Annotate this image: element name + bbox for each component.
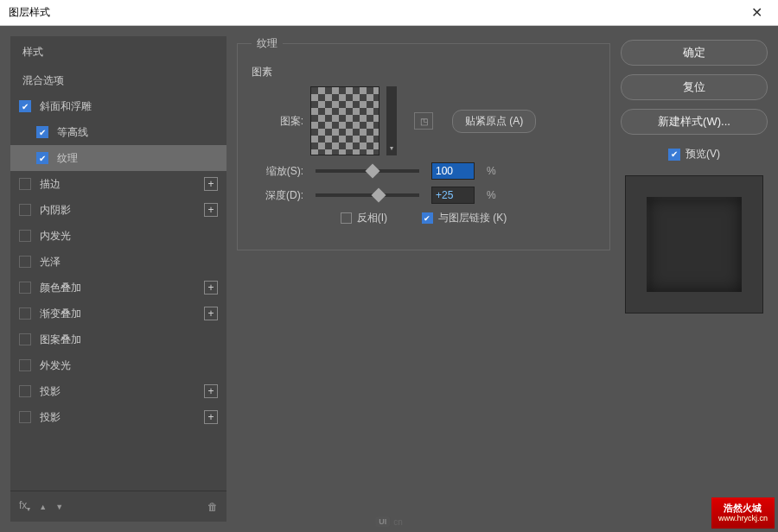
depth-label: 深度(D): bbox=[252, 188, 303, 203]
site-watermark: 浩然火城 www.hryckj.cn bbox=[711, 497, 775, 529]
checkbox-icon[interactable]: ✔ bbox=[36, 152, 48, 164]
style-item-label: 投影 bbox=[40, 384, 61, 399]
close-icon[interactable]: ✕ bbox=[744, 4, 769, 21]
pattern-label: 图案: bbox=[252, 114, 303, 129]
style-item-4[interactable]: 内阴影+ bbox=[10, 197, 226, 223]
checkbox-icon[interactable] bbox=[19, 333, 31, 345]
invert-checkbox[interactable]: 反相(I) bbox=[341, 211, 387, 225]
checkbox-icon: ✔ bbox=[668, 149, 680, 161]
scale-input[interactable] bbox=[431, 162, 475, 180]
style-item-label: 内阴影 bbox=[40, 203, 71, 218]
settings-panel: 纹理 图素 图案: ▾ ◳ 贴紧原点 (A) 缩放(S): % 深度 bbox=[237, 36, 610, 522]
style-item-label: 投影 bbox=[40, 410, 61, 425]
style-item-6[interactable]: 光泽 bbox=[10, 249, 226, 275]
add-effect-icon[interactable]: + bbox=[204, 177, 218, 191]
style-item-5[interactable]: 内发光 bbox=[10, 223, 226, 249]
pattern-swatch[interactable] bbox=[310, 86, 379, 155]
style-item-label: 外发光 bbox=[40, 358, 71, 373]
dialog-title: 图层样式 bbox=[9, 5, 744, 20]
scale-label: 缩放(S): bbox=[252, 164, 303, 179]
style-item-0[interactable]: ✔斜面和浮雕 bbox=[10, 93, 226, 119]
style-item-label: 等高线 bbox=[57, 125, 88, 140]
style-item-8[interactable]: 渐变叠加+ bbox=[10, 301, 226, 326]
style-item-label: 描边 bbox=[40, 177, 61, 192]
texture-group: 纹理 图素 图案: ▾ ◳ 贴紧原点 (A) 缩放(S): % 深度 bbox=[237, 36, 610, 250]
fx-menu-icon[interactable]: fx▾ bbox=[19, 499, 30, 513]
new-preset-icon[interactable]: ◳ bbox=[414, 112, 433, 130]
checkbox-icon[interactable] bbox=[19, 178, 31, 190]
uicn-watermark: UIcn bbox=[375, 516, 403, 527]
depth-unit: % bbox=[487, 189, 496, 201]
move-up-icon[interactable]: ▲ bbox=[39, 503, 47, 511]
styles-header[interactable]: 样式 bbox=[10, 36, 226, 65]
style-item-2[interactable]: ✔纹理 bbox=[10, 145, 226, 171]
trash-icon[interactable]: 🗑 bbox=[207, 501, 218, 513]
checkbox-icon[interactable] bbox=[19, 307, 31, 320]
style-item-7[interactable]: 颜色叠加+ bbox=[10, 275, 226, 301]
checkbox-icon[interactable] bbox=[19, 359, 31, 371]
styles-list: 样式 混合选项 ✔斜面和浮雕✔等高线✔纹理描边+内阴影+内发光光泽颜色叠加+渐变… bbox=[10, 36, 226, 491]
blend-options-header[interactable]: 混合选项 bbox=[10, 65, 226, 93]
action-panel: 确定 复位 新建样式(W)... ✔ 预览(V) bbox=[621, 36, 768, 522]
style-item-10[interactable]: 外发光 bbox=[10, 352, 226, 378]
style-item-label: 纹理 bbox=[57, 151, 78, 166]
titlebar: 图层样式 ✕ bbox=[0, 0, 778, 26]
checkbox-icon[interactable] bbox=[19, 411, 31, 423]
dialog-body: 样式 混合选项 ✔斜面和浮雕✔等高线✔纹理描边+内阴影+内发光光泽颜色叠加+渐变… bbox=[0, 26, 778, 532]
checkbox-icon bbox=[341, 212, 352, 224]
checkbox-icon[interactable] bbox=[19, 204, 31, 216]
preview-label: 预览(V) bbox=[686, 147, 720, 162]
scale-unit: % bbox=[487, 165, 496, 177]
checkbox-icon[interactable] bbox=[19, 282, 31, 294]
snap-origin-button[interactable]: 贴紧原点 (A) bbox=[452, 110, 536, 133]
new-style-button[interactable]: 新建样式(W)... bbox=[621, 109, 768, 135]
watermark-brand: 浩然火城 bbox=[718, 503, 768, 514]
ok-button[interactable]: 确定 bbox=[621, 40, 768, 66]
style-item-12[interactable]: 投影+ bbox=[10, 404, 226, 430]
style-item-label: 内发光 bbox=[40, 229, 71, 244]
preview-checkbox[interactable]: ✔ 预览(V) bbox=[621, 147, 768, 162]
style-item-label: 颜色叠加 bbox=[40, 281, 81, 295]
checkbox-icon[interactable] bbox=[19, 256, 31, 268]
checkbox-icon[interactable]: ✔ bbox=[36, 126, 48, 138]
watermark-url: www.hryckj.cn bbox=[718, 514, 768, 523]
style-item-label: 斜面和浮雕 bbox=[40, 99, 92, 114]
move-down-icon[interactable]: ▼ bbox=[55, 503, 63, 511]
elements-label: 图素 bbox=[252, 65, 596, 79]
depth-slider[interactable] bbox=[316, 193, 419, 197]
style-item-3[interactable]: 描边+ bbox=[10, 171, 226, 197]
link-layer-checkbox[interactable]: ✔ 与图层链接 (K) bbox=[422, 211, 507, 225]
add-effect-icon[interactable]: + bbox=[204, 307, 218, 320]
add-effect-icon[interactable]: + bbox=[204, 203, 218, 217]
style-item-1[interactable]: ✔等高线 bbox=[10, 119, 226, 145]
invert-label: 反相(I) bbox=[357, 211, 387, 225]
add-effect-icon[interactable]: + bbox=[204, 410, 218, 424]
style-item-9[interactable]: 图案叠加 bbox=[10, 326, 226, 352]
style-item-label: 光泽 bbox=[40, 255, 61, 269]
style-item-label: 渐变叠加 bbox=[40, 307, 81, 321]
style-item-11[interactable]: 投影+ bbox=[10, 378, 226, 404]
texture-legend: 纹理 bbox=[252, 36, 283, 51]
pattern-dropdown-icon[interactable]: ▾ bbox=[386, 86, 397, 155]
style-item-label: 图案叠加 bbox=[40, 332, 81, 347]
checkbox-icon[interactable] bbox=[19, 230, 31, 242]
styles-panel: 样式 混合选项 ✔斜面和浮雕✔等高线✔纹理描边+内阴影+内发光光泽颜色叠加+渐变… bbox=[10, 36, 226, 522]
link-layer-label: 与图层链接 (K) bbox=[438, 211, 507, 225]
scale-slider[interactable] bbox=[316, 169, 419, 173]
preview-swatch bbox=[647, 197, 742, 292]
checkbox-icon[interactable] bbox=[19, 385, 31, 397]
add-effect-icon[interactable]: + bbox=[204, 384, 218, 398]
preview-box bbox=[625, 175, 763, 314]
checkbox-icon: ✔ bbox=[422, 212, 433, 224]
add-effect-icon[interactable]: + bbox=[204, 281, 218, 294]
styles-footer: fx▾ ▲ ▼ 🗑 bbox=[10, 491, 226, 522]
checkbox-icon[interactable]: ✔ bbox=[19, 100, 31, 112]
reset-button[interactable]: 复位 bbox=[621, 74, 768, 100]
depth-input[interactable] bbox=[431, 187, 475, 204]
